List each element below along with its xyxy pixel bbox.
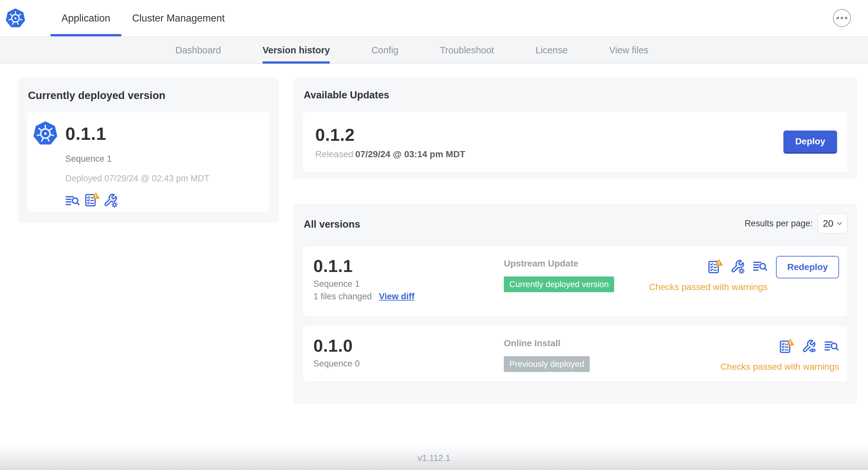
config-wrench-gear-icon[interactable] (730, 260, 745, 274)
status-badge: Currently deployed version (504, 276, 614, 292)
deployed-sequence: Sequence 1 (65, 154, 260, 164)
preflight-status-text: Checks passed with warnings (649, 282, 768, 292)
preflight-checks-warning-icon[interactable] (779, 338, 794, 355)
kubernetes-logo-icon (5, 8, 25, 29)
view-diff-link[interactable]: View diff (379, 292, 415, 302)
config-wrench-gear-icon[interactable] (103, 193, 118, 208)
deployed-timestamp: Deployed 07/29/24 @ 02:43 pm MDT (65, 174, 260, 183)
update-released-line: Released07/29/24 @ 03:14 pm MDT (315, 149, 465, 160)
available-updates-panel: Available Updates 0.1.2 Released07/29/24… (293, 78, 857, 179)
subnav-tab-dashboard[interactable]: Dashboard (175, 37, 221, 63)
version-row: 0.1.0 Sequence 0 Online Install Previous… (303, 326, 847, 381)
footer: v1.112.1 (0, 446, 868, 470)
version-source-label: Online Install (504, 338, 720, 348)
console-version: v1.112.1 (417, 453, 451, 463)
app-icon (33, 121, 58, 146)
right-column: Available Updates 0.1.2 Released07/29/24… (293, 78, 857, 404)
release-notes-icon[interactable] (65, 195, 80, 208)
row-version-number: 0.1.1 (313, 256, 504, 276)
release-notes-icon[interactable] (824, 340, 839, 353)
subnav-tab-troubleshoot[interactable]: Troubleshoot (440, 37, 494, 63)
update-released-date: 07/29/24 @ 03:14 pm MDT (355, 149, 465, 159)
row-version-number: 0.1.0 (313, 336, 504, 356)
tab-application[interactable]: Application (51, 0, 121, 36)
subnav-tab-view-files[interactable]: View files (609, 37, 648, 63)
all-versions-title: All versions (304, 219, 360, 230)
subnav-tab-license[interactable]: License (535, 37, 567, 63)
row-sequence: Sequence 1 (313, 279, 504, 289)
deployed-version-number: 0.1.1 (65, 123, 106, 144)
preflight-checks-warning-icon[interactable] (707, 259, 722, 275)
files-changed-label: 1 files changed (313, 292, 372, 302)
ellipsis-icon (836, 17, 839, 19)
top-navbar: Application Cluster Management (0, 0, 868, 37)
update-version-number: 0.1.2 (315, 125, 465, 145)
app-sub-navbar: Dashboard Version history Config Trouble… (0, 37, 868, 64)
preflight-status-text: Checks passed with warnings (720, 362, 839, 372)
version-history-page: Currently deployed version 0.1.1 Sequenc… (0, 64, 868, 446)
update-card: 0.1.2 Released07/29/24 @ 03:14 pm MDT De… (303, 112, 847, 172)
version-row: 0.1.1 Sequence 1 1 files changed View di… (303, 246, 847, 316)
version-source-label: Upstream Update (504, 259, 649, 269)
deploy-button[interactable]: Deploy (783, 131, 837, 154)
currently-deployed-title: Currently deployed version (28, 89, 269, 102)
deployed-version-card: 0.1.1 Sequence 1 Deployed 07/29/24 @ 02:… (27, 112, 269, 212)
chevron-down-icon (837, 222, 842, 225)
redeploy-button[interactable]: Redeploy (776, 256, 839, 278)
currently-deployed-panel: Currently deployed version 0.1.1 Sequenc… (18, 78, 279, 223)
subnav-tab-version-history[interactable]: Version history (262, 37, 330, 63)
subnav-tab-config[interactable]: Config (371, 37, 398, 63)
status-badge: Previously deployed (504, 356, 590, 372)
top-nav-tabs: Application Cluster Management (51, 0, 236, 36)
row-sequence: Sequence 0 (313, 359, 504, 369)
available-updates-title: Available Updates (304, 89, 847, 101)
tab-cluster-management[interactable]: Cluster Management (121, 0, 236, 36)
preflight-checks-warning-icon[interactable] (84, 192, 99, 208)
results-per-page-select[interactable]: 20 (818, 214, 847, 233)
results-per-page-label: Results per page: (744, 219, 813, 229)
release-notes-icon[interactable] (753, 260, 768, 274)
all-versions-panel: All versions Results per page: 20 0.1.1 … (293, 203, 857, 404)
config-wrench-eye-icon[interactable] (802, 339, 816, 354)
overflow-menu-button[interactable] (833, 9, 851, 27)
